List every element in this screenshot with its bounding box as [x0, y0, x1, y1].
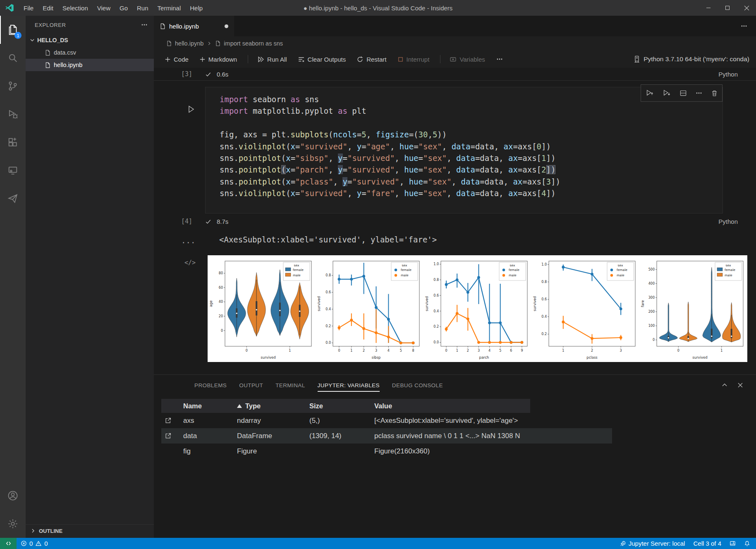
tab-terminal[interactable]: TERMINAL	[275, 380, 305, 391]
sidebar-item-explorer[interactable]: 1	[0, 16, 26, 44]
svg-text:parch: parch	[479, 355, 489, 360]
breadcrumb-file[interactable]: hello.ipynb	[175, 40, 203, 47]
table-row[interactable]: axs ndarray (5,) [<AxesSubplot:xlabel='s…	[161, 413, 612, 428]
toolbar-more-actions-icon[interactable]	[496, 55, 503, 63]
sidebar-item-remote-explorer[interactable]	[0, 156, 26, 185]
explorer-sidebar: EXPLORER HELLO_DS data.csv hello.ipynb	[26, 16, 154, 538]
sidebar-item-settings[interactable]	[0, 510, 26, 538]
close-button[interactable]	[737, 0, 756, 16]
source-control-icon	[7, 80, 19, 92]
chevron-right-icon	[30, 527, 36, 534]
svg-text:0.8: 0.8	[541, 280, 547, 284]
svg-text:3: 3	[375, 349, 377, 352]
clear-outputs-icon	[298, 56, 305, 63]
breadcrumb-cell[interactable]: import seaborn as sns	[224, 40, 283, 47]
svg-text:0.4: 0.4	[325, 307, 331, 311]
restart-kernel-button[interactable]: Restart	[356, 56, 386, 63]
clear-outputs-button[interactable]: Clear Outputs	[298, 56, 346, 63]
svg-text:0: 0	[338, 349, 340, 352]
svg-text:sex: sex	[726, 264, 731, 267]
menu-help[interactable]: Help	[185, 5, 207, 12]
output-mime-toggle[interactable]: </>	[184, 259, 196, 266]
run-cell-button[interactable]	[186, 104, 196, 114]
editor-more-actions-icon[interactable]	[740, 22, 756, 30]
tab-debug-console[interactable]: DEBUG CONSOLE	[392, 380, 443, 391]
file-icon	[215, 41, 221, 46]
notebook-canvas[interactable]: [3] 0.6s Python import seaborn as snsimp…	[154, 68, 756, 374]
menu-view[interactable]: View	[93, 5, 115, 12]
panel-maximize-icon[interactable]	[721, 382, 728, 388]
column-size[interactable]: Size	[309, 402, 323, 410]
tab-hello-ipynb[interactable]: hello.ipynb	[154, 16, 234, 36]
svg-text:female: female	[293, 268, 304, 272]
jupyter-server-status[interactable]: Jupyter Server: local	[620, 540, 685, 547]
svg-text:1.0: 1.0	[541, 263, 547, 266]
remote-indicator[interactable]	[0, 538, 17, 549]
folder-hello-ds[interactable]: HELLO_DS	[26, 34, 154, 46]
svg-text:300: 300	[648, 296, 655, 300]
cell3-language[interactable]: Python	[718, 71, 738, 78]
svg-text:survived: survived	[317, 296, 321, 311]
modified-dot-icon[interactable]	[225, 24, 228, 28]
activity-bar: 1	[0, 16, 26, 538]
subplot-survived: 0100200300400500survivedfare01sexfemalem…	[639, 255, 747, 362]
split-cell-icon[interactable]	[679, 89, 687, 97]
column-value[interactable]: Value	[374, 402, 392, 410]
open-in-data-viewer-icon[interactable]	[165, 432, 172, 439]
svg-text:1: 1	[720, 349, 723, 352]
svg-text:1: 1	[289, 349, 291, 352]
svg-text:5: 5	[499, 349, 501, 352]
tab-problems[interactable]: PROBLEMS	[194, 380, 227, 391]
file-item-data-csv[interactable]: data.csv	[26, 46, 154, 59]
cell-more-actions-icon[interactable]	[695, 89, 703, 97]
sidebar-item-extensions[interactable]	[0, 128, 26, 156]
kernel-picker[interactable]: Python 3.7.10 64-bit ('myenv': conda)	[634, 55, 756, 63]
output-gutter[interactable]: ...	[181, 236, 195, 245]
sidebar-item-run-debug[interactable]	[0, 100, 26, 128]
tab-output[interactable]: OUTPUT	[239, 380, 263, 391]
delete-cell-icon[interactable]	[711, 89, 718, 97]
menu-go[interactable]: Go	[115, 5, 132, 12]
jupyter-server-icon	[620, 540, 626, 547]
svg-text:1.0: 1.0	[433, 262, 439, 266]
menu-edit[interactable]: Edit	[38, 5, 58, 12]
column-type[interactable]: Type	[237, 402, 261, 410]
svg-text:sibsp: sibsp	[371, 355, 380, 360]
sidebar-item-search[interactable]	[0, 44, 26, 72]
panel-close-icon[interactable]	[737, 382, 744, 388]
run-above-icon[interactable]	[645, 89, 654, 98]
open-in-data-viewer-icon[interactable]	[165, 417, 172, 424]
tab-jupyter-variables[interactable]: JUPYTER: VARIABLES	[318, 380, 380, 391]
explorer-header: EXPLORER	[26, 16, 154, 34]
add-code-cell-button[interactable]: Code	[165, 56, 189, 63]
column-name[interactable]: Name	[183, 402, 202, 410]
add-markdown-cell-button[interactable]: Markdown	[199, 56, 237, 63]
table-row[interactable]: data DataFrame (1309, 14) pclass survive…	[161, 428, 612, 444]
plus-icon	[199, 56, 206, 62]
menu-file[interactable]: File	[19, 5, 38, 12]
outline-section[interactable]: OUTLINE	[26, 524, 154, 537]
svg-text:male: male	[509, 273, 517, 277]
sidebar-item-jupyter[interactable]	[0, 185, 26, 213]
svg-text:5: 5	[400, 349, 402, 352]
notifications-bell-icon[interactable]	[744, 540, 750, 547]
problems-status[interactable]: 0 0	[17, 540, 48, 547]
table-row[interactable]: fig Figure Figure(2160x360)	[161, 444, 612, 459]
cell-position-status[interactable]: Cell 3 of 4	[693, 540, 721, 547]
code-cell-editor[interactable]: import seaborn as snsimport matplotlib.p…	[205, 87, 723, 213]
minimize-button[interactable]	[699, 0, 718, 16]
code-content[interactable]: import seaborn as snsimport matplotlib.p…	[206, 87, 723, 199]
menu-run[interactable]: Run	[132, 5, 153, 12]
maximize-button[interactable]	[718, 0, 737, 16]
explorer-more-actions-icon[interactable]	[141, 21, 148, 29]
run-all-button[interactable]: Run All	[257, 56, 287, 63]
layout-icon[interactable]	[730, 540, 736, 547]
svg-text:0.6: 0.6	[325, 290, 331, 294]
sidebar-item-account[interactable]	[0, 482, 26, 510]
cell4-language[interactable]: Python	[718, 218, 738, 225]
run-below-icon[interactable]	[662, 89, 671, 98]
sidebar-item-source-control[interactable]	[0, 72, 26, 100]
menu-terminal[interactable]: Terminal	[153, 5, 186, 12]
file-item-hello-ipynb[interactable]: hello.ipynb	[26, 59, 154, 71]
menu-selection[interactable]: Selection	[58, 5, 93, 12]
